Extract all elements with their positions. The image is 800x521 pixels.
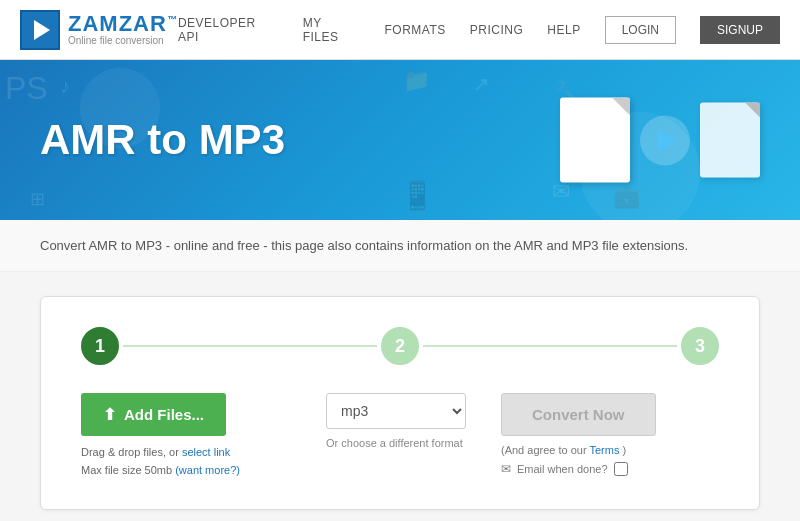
file-icon-1	[560, 98, 630, 183]
sub-description: Convert AMR to MP3 - online and free - t…	[0, 220, 800, 272]
step-1-number: 1	[95, 336, 105, 357]
step-line-2	[423, 345, 677, 347]
terms-text: (And agree to our Terms )	[501, 444, 626, 456]
play-button-icon	[640, 115, 690, 165]
sub-desc-text: Convert AMR to MP3 - online and free - t…	[40, 238, 688, 253]
add-files-label: Add Files...	[124, 406, 204, 423]
play-arrow-icon	[657, 128, 677, 152]
email-icon: ✉	[501, 462, 511, 476]
logo-subtitle: Online file conversion	[68, 35, 178, 46]
format-select-wrap: mp3 mp4 wav ogg Or choose a different fo…	[326, 393, 466, 449]
deco-folder-icon: 📁	[403, 68, 430, 94]
select-link[interactable]: select link	[182, 446, 230, 458]
max-file-size-text: Max file size 50mb	[81, 464, 172, 476]
deco-music-icon: ♪	[60, 75, 70, 98]
drag-text-line1: Drag & drop files, or	[81, 446, 179, 458]
signup-button[interactable]: SIGNUP	[700, 16, 780, 44]
main-nav: DEVELOPER API MY FILES FORMATS PRICING H…	[178, 16, 780, 44]
step-1-col: ⬆ Add Files... Drag & drop files, or sel…	[81, 393, 281, 479]
converter-card: 1 2 3 ⬆ Add Files... Drag & drop files, …	[40, 296, 760, 510]
format-hint: Or choose a different format	[326, 437, 463, 449]
email-checkbox[interactable]	[614, 462, 628, 476]
step-1-circle: 1	[81, 327, 119, 365]
deco-grid-icon: ⊞	[30, 188, 45, 210]
file-icon-2	[700, 103, 760, 178]
deco-cursor-icon: ↗	[473, 72, 490, 96]
step-2-circle: 2	[381, 327, 419, 365]
email-row: ✉ Email when done?	[501, 462, 628, 476]
deco-briefcase-icon: 💼	[613, 184, 640, 210]
nav-help[interactable]: HELP	[547, 23, 580, 37]
upload-icon: ⬆	[103, 405, 116, 424]
add-files-button[interactable]: ⬆ Add Files...	[81, 393, 226, 436]
nav-pricing[interactable]: PRICING	[470, 23, 524, 37]
logo-arrow-icon	[34, 20, 50, 40]
hero-file-icons	[560, 98, 760, 183]
logo[interactable]: ZAMZAR™ Online file conversion	[20, 10, 178, 50]
terms-prefix: (And agree to our	[501, 444, 587, 456]
logo-title-text: ZAMZAR	[68, 11, 167, 36]
step-line-1	[123, 345, 377, 347]
terms-close: )	[623, 444, 627, 456]
deco-mail-icon: ✉	[552, 179, 570, 205]
step-3-col: Convert Now (And agree to our Terms ) ✉ …	[481, 393, 701, 476]
deco-phone-icon: 📱	[400, 179, 435, 212]
email-when-done-label: Email when done?	[517, 463, 608, 475]
format-select[interactable]: mp3 mp4 wav ogg	[326, 393, 466, 429]
logo-tm: ™	[167, 14, 178, 25]
step-3-number: 3	[695, 336, 705, 357]
logo-text-area: ZAMZAR™ Online file conversion	[68, 13, 178, 46]
nav-formats[interactable]: FORMATS	[384, 23, 445, 37]
logo-icon	[20, 10, 60, 50]
login-button[interactable]: LOGIN	[605, 16, 676, 44]
want-more-link[interactable]: (want more?)	[175, 464, 240, 476]
step-2-number: 2	[395, 336, 405, 357]
drag-text: Drag & drop files, or select link Max fi…	[81, 444, 240, 479]
header: ZAMZAR™ Online file conversion DEVELOPER…	[0, 0, 800, 60]
logo-title: ZAMZAR™	[68, 13, 178, 35]
step-3-circle: 3	[681, 327, 719, 365]
steps-progress: 1 2 3	[81, 327, 719, 365]
deco-ps-icon: PS	[5, 70, 48, 107]
hero-banner: PS ♪ ⊞ 🔧 ✉ ↗ 📱 📁 💼 AMR to MP3	[0, 60, 800, 220]
convert-now-button[interactable]: Convert Now	[501, 393, 656, 436]
terms-link[interactable]: Terms	[589, 444, 619, 456]
nav-my-files[interactable]: MY FILES	[303, 16, 361, 44]
hero-title: AMR to MP3	[40, 116, 285, 164]
action-row: ⬆ Add Files... Drag & drop files, or sel…	[81, 393, 719, 479]
step-2-col: mp3 mp4 wav ogg Or choose a different fo…	[281, 393, 481, 449]
nav-developer-api[interactable]: DEVELOPER API	[178, 16, 279, 44]
